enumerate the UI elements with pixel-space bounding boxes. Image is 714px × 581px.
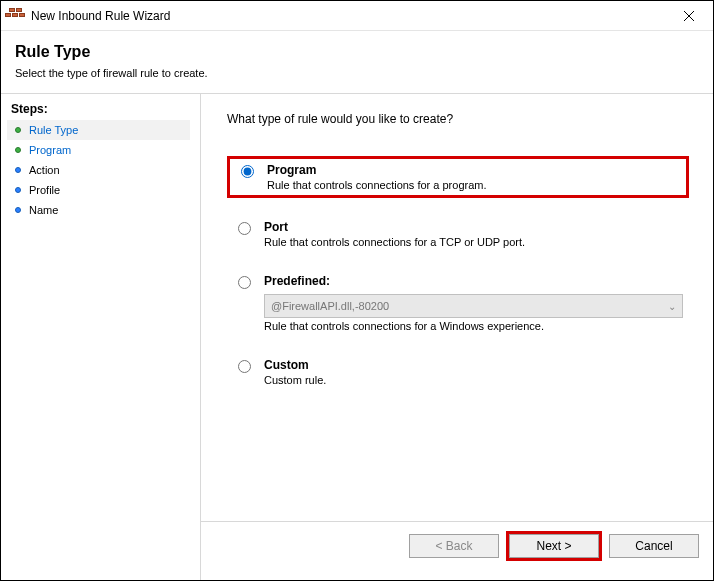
back-button-label: < Back [435,539,472,553]
step-bullet-icon [15,147,21,153]
step-label: Profile [29,184,60,196]
step-label: Rule Type [29,124,78,136]
firewall-icon [9,8,25,24]
cancel-button-label: Cancel [635,539,672,553]
step-bullet-icon [15,187,21,193]
titlebar: New Inbound Rule Wizard [1,1,713,31]
option-custom-title: Custom [264,358,683,372]
question-text: What type of rule would you like to crea… [227,112,689,126]
option-program-title: Program [267,163,680,177]
footer-buttons: < Back Next > Cancel [201,521,713,570]
predefined-select-value: @FirewallAPI.dll,-80200 [271,300,389,312]
option-program-body: Program Rule that controls connections f… [267,163,680,191]
step-action[interactable]: Action [7,160,190,180]
step-name[interactable]: Name [7,200,190,220]
wizard-header: Rule Type Select the type of firewall ru… [1,31,713,94]
page-subtitle: Select the type of firewall rule to crea… [15,67,699,79]
option-predefined-title: Predefined: [264,274,683,288]
option-custom-desc: Custom rule. [264,374,683,386]
option-program[interactable]: Program Rule that controls connections f… [227,156,689,198]
option-predefined[interactable]: Predefined: @FirewallAPI.dll,-80200 ⌄ Ru… [227,270,689,336]
back-button: < Back [409,534,499,558]
radio-port[interactable] [238,222,251,235]
steps-label: Steps: [7,102,190,120]
next-button[interactable]: Next > [509,534,599,558]
option-port-body: Port Rule that controls connections for … [264,220,683,248]
next-button-label: Next > [536,539,571,553]
chevron-down-icon: ⌄ [668,301,676,312]
main-panel: What type of rule would you like to crea… [201,94,713,580]
step-bullet-icon [15,207,21,213]
cancel-button[interactable]: Cancel [609,534,699,558]
wizard-body: Steps: Rule Type Program Action Profile … [1,94,713,580]
window-title: New Inbound Rule Wizard [31,9,667,23]
option-predefined-desc: Rule that controls connections for a Win… [264,320,683,332]
step-profile[interactable]: Profile [7,180,190,200]
option-program-desc: Rule that controls connections for a pro… [267,179,680,191]
close-icon [684,11,694,21]
step-bullet-icon [15,167,21,173]
step-label: Program [29,144,71,156]
step-bullet-icon [15,127,21,133]
radio-predefined[interactable] [238,276,251,289]
option-port-desc: Rule that controls connections for a TCP… [264,236,683,248]
radio-custom[interactable] [238,360,251,373]
option-custom-body: Custom Custom rule. [264,358,683,386]
steps-sidebar: Steps: Rule Type Program Action Profile … [1,94,201,580]
option-port[interactable]: Port Rule that controls connections for … [227,216,689,252]
predefined-select[interactable]: @FirewallAPI.dll,-80200 ⌄ [264,294,683,318]
radio-program[interactable] [241,165,254,178]
step-rule-type[interactable]: Rule Type [7,120,190,140]
page-title: Rule Type [15,43,699,61]
step-program[interactable]: Program [7,140,190,160]
option-port-title: Port [264,220,683,234]
option-predefined-body: Predefined: @FirewallAPI.dll,-80200 ⌄ Ru… [264,274,683,332]
step-label: Action [29,164,60,176]
option-custom[interactable]: Custom Custom rule. [227,354,689,390]
step-label: Name [29,204,58,216]
close-button[interactable] [667,2,711,30]
